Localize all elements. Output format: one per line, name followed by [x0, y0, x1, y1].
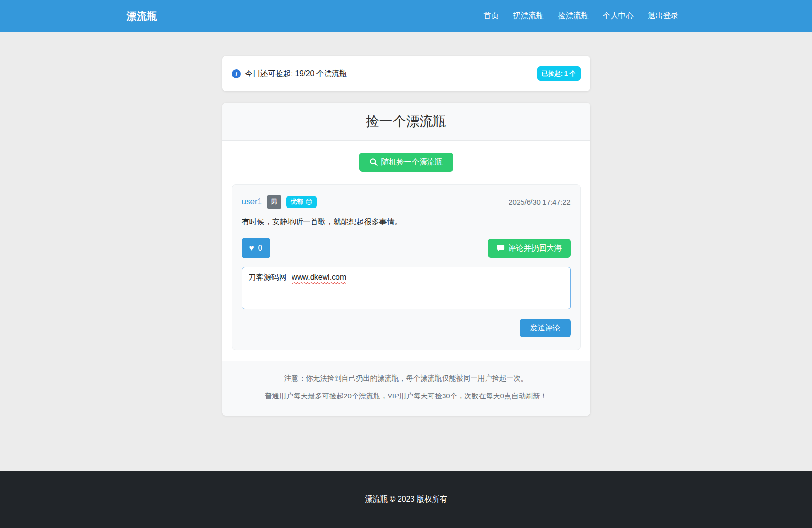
page-container: i 今日还可捡起: 19/20 个漂流瓶 已捡起: 1 个 捡一个漂流瓶 [215, 56, 597, 416]
quota-text-group: i 今日还可捡起: 19/20 个漂流瓶 [232, 69, 347, 79]
bottle-message: 有时候，安静地听一首歌，就能想起很多事情。 [242, 217, 571, 227]
bottle-timestamp: 2025/6/30 17:47:22 [509, 198, 570, 206]
like-count: 0 [258, 243, 262, 253]
random-pick-button[interactable]: 随机捡一个漂流瓶 [359, 153, 453, 172]
bottle-username[interactable]: user1 [242, 197, 262, 207]
info-icon: i [232, 69, 241, 78]
search-icon [370, 158, 378, 166]
send-row: 发送评论 [242, 319, 571, 337]
comment-throw-back-label: 评论并扔回大海 [509, 243, 562, 253]
main-content: i 今日还可捡起: 19/20 个漂流瓶 已捡起: 1 个 捡一个漂流瓶 [0, 32, 812, 471]
nav-item-pick-bottle[interactable]: 捡漂流瓶 [551, 6, 596, 26]
note-line-2: 普通用户每天最多可捡起20个漂流瓶，VIP用户每天可捡30个，次数在每天0点自动… [232, 392, 581, 401]
comment-url-text: www.dkewl.com [292, 273, 346, 281]
gender-badge: 男 [267, 195, 281, 209]
page-title: 捡一个漂流瓶 [232, 112, 581, 131]
bottle-header: user1 男 忧郁 😔 2025/6/30 17:47:22 [242, 195, 571, 209]
quota-text: 今日还可捡起: 19/20 个漂流瓶 [245, 69, 347, 79]
brand[interactable]: 漂流瓶 [127, 10, 158, 23]
comment-throw-back-button[interactable]: 评论并扔回大海 [488, 239, 571, 258]
comment-input[interactable]: 刀客源码网www.dkewl.com [242, 267, 571, 309]
pick-bottle-card: 捡一个漂流瓶 随机捡一个漂流瓶 [222, 103, 590, 416]
nav-item-profile[interactable]: 个人中心 [596, 6, 641, 26]
rules-footer: 注意：你无法捡到自己扔出的漂流瓶，每个漂流瓶仅能被同一用户捡起一次。 普通用户每… [222, 361, 590, 416]
speech-bubble-icon [497, 244, 505, 252]
random-pick-label: 随机捡一个漂流瓶 [381, 157, 443, 167]
page-footer: 漂流瓶 © 2023 版权所有 [0, 471, 812, 528]
nav-item-throw-bottle[interactable]: 扔漂流瓶 [506, 6, 551, 26]
nav-item-logout[interactable]: 退出登录 [641, 6, 686, 26]
nav-links: 首页 扔漂流瓶 捡漂流瓶 个人中心 退出登录 [476, 6, 686, 26]
mood-label: 忧郁 [291, 198, 303, 206]
card-body: 随机捡一个漂流瓶 user1 男 忧郁 😔 2025/6/30 17:47:22… [222, 141, 590, 361]
bottle-card: user1 男 忧郁 😔 2025/6/30 17:47:22 有时候，安静地听… [232, 184, 581, 350]
heart-icon: ♥ [249, 244, 254, 252]
picked-count-badge: 已捡起: 1 个 [537, 66, 581, 81]
mood-badge: 忧郁 😔 [286, 196, 317, 208]
pensive-emoji-icon: 😔 [305, 198, 313, 206]
navbar: 漂流瓶 首页 扔漂流瓶 捡漂流瓶 个人中心 退出登录 [0, 0, 812, 32]
note-line-1: 注意：你无法捡到自己扔出的漂流瓶，每个漂流瓶仅能被同一用户捡起一次。 [232, 374, 581, 383]
send-comment-button[interactable]: 发送评论 [520, 319, 571, 337]
like-button[interactable]: ♥ 0 [242, 238, 271, 258]
card-header: 捡一个漂流瓶 [222, 103, 590, 141]
copyright-text: 漂流瓶 © 2023 版权所有 [0, 495, 812, 505]
quota-alert-card: i 今日还可捡起: 19/20 个漂流瓶 已捡起: 1 个 [222, 56, 590, 91]
bottle-actions: ♥ 0 评论并扔回大海 [242, 238, 571, 258]
comment-text: 刀客源码网 [249, 273, 287, 281]
nav-item-home[interactable]: 首页 [476, 6, 506, 26]
